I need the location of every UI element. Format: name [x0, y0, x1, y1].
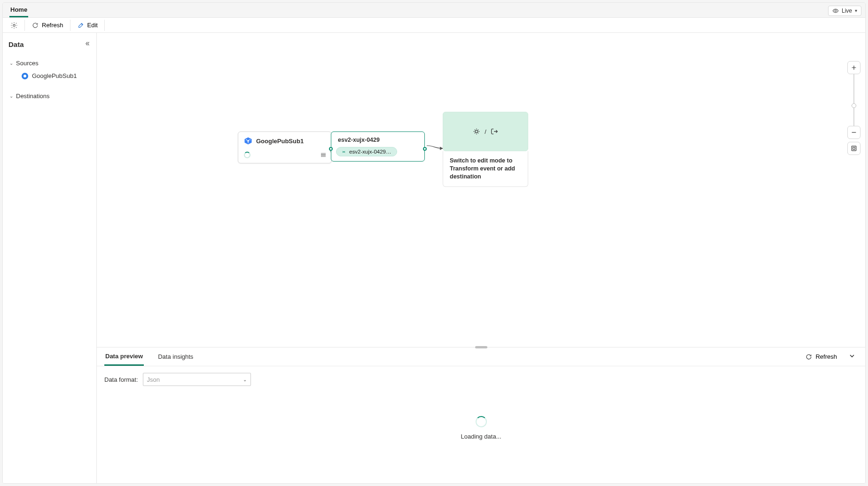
minus-icon	[851, 129, 857, 136]
zoom-out-button[interactable]	[847, 126, 860, 139]
data-format-value: Json	[147, 376, 160, 383]
data-format-label: Data format:	[104, 376, 138, 383]
separator	[104, 20, 105, 31]
view-mode-dropdown[interactable]: Live ▾	[828, 6, 861, 16]
svg-point-1	[13, 24, 15, 26]
chevron-down-icon: ▾	[855, 8, 857, 13]
top-tabbar: Home Live ▾	[3, 3, 865, 18]
svg-point-3	[247, 140, 249, 142]
svg-point-0	[835, 10, 837, 12]
canvas[interactable]: GooglePubSub1	[97, 33, 865, 347]
loading-text: Loading data...	[461, 433, 501, 440]
sidebar-destinations-label: Destinations	[16, 93, 50, 100]
node-stream-chip-label: esv2-xujx-0429-str...	[349, 149, 392, 154]
top-tabs: Home	[9, 4, 28, 17]
sidebar-title: Data	[8, 40, 24, 48]
zoom-controls	[847, 61, 860, 155]
node-input-port[interactable]	[329, 147, 333, 151]
node-stream-chip[interactable]: esv2-xujx-0429-str...	[336, 147, 397, 156]
loading-area: Loading data...	[97, 393, 865, 483]
fit-icon	[851, 145, 857, 152]
svg-rect-10	[853, 147, 855, 149]
sidebar: Data ⌄ Sources GooglePubSub1 ⌄ Destin	[3, 33, 97, 483]
settings-button[interactable]	[7, 20, 22, 31]
edit-label: Edit	[87, 22, 98, 29]
dest-placeholder-head: /	[443, 112, 528, 151]
bottom-tablist: Data preview Data insights Refresh	[97, 347, 865, 366]
sidebar-collapse-button[interactable]	[84, 40, 91, 48]
pubsub-icon	[244, 137, 252, 145]
export-icon	[490, 127, 499, 136]
zoom-in-button[interactable]	[847, 61, 860, 74]
refresh-button[interactable]: Refresh	[28, 20, 67, 31]
node-menu-icon[interactable]	[321, 153, 326, 157]
main-panel: GooglePubSub1	[97, 33, 865, 483]
node-stream[interactable]: esv2-xujx-0429 esv2-xujx-0429-str...	[331, 131, 425, 162]
chevron-down-icon: ⌄	[243, 377, 247, 382]
tab-data-preview[interactable]: Data preview	[104, 348, 144, 366]
refresh-label: Refresh	[42, 22, 63, 29]
data-format-select[interactable]: Json ⌄	[143, 373, 251, 386]
view-mode-label: Live	[842, 8, 852, 14]
panel-resize-grip[interactable]	[475, 346, 487, 348]
refresh-icon	[31, 22, 39, 29]
node-source[interactable]: GooglePubSub1	[238, 131, 332, 163]
bottom-refresh-button[interactable]: Refresh	[801, 351, 841, 363]
node-destination-placeholder[interactable]: / Switch to edit mode to Transform event…	[443, 112, 528, 187]
stream-icon	[341, 149, 346, 154]
separator	[24, 20, 25, 31]
slash: /	[485, 128, 486, 135]
loading-spinner-icon	[244, 152, 250, 158]
pubsub-icon	[22, 73, 28, 79]
zoom-slider-thumb[interactable]	[852, 103, 856, 108]
sidebar-source-item[interactable]: GooglePubSub1	[8, 69, 91, 82]
refresh-icon	[805, 353, 813, 361]
plus-icon	[851, 64, 857, 71]
sidebar-sources-toggle[interactable]: ⌄ Sources	[8, 57, 91, 69]
sidebar-destinations-toggle[interactable]: ⌄ Destinations	[8, 90, 91, 102]
gear-icon	[10, 22, 18, 29]
node-stream-title: esv2-xujx-0429	[336, 137, 420, 143]
sidebar-destinations-section: ⌄ Destinations	[7, 88, 93, 104]
tab-home[interactable]: Home	[9, 3, 28, 17]
tab-data-insights[interactable]: Data insights	[157, 348, 194, 365]
chevron-down-icon	[848, 352, 856, 360]
bottom-refresh-label: Refresh	[815, 353, 837, 360]
data-format-row: Data format: Json ⌄	[97, 366, 865, 393]
eye-icon	[832, 8, 839, 14]
edit-button[interactable]: Edit	[73, 20, 102, 31]
loading-spinner-icon	[476, 416, 487, 427]
svg-rect-9	[852, 146, 856, 151]
sidebar-sources-section: ⌄ Sources GooglePubSub1	[7, 55, 93, 84]
node-source-title: GooglePubSub1	[256, 138, 304, 145]
separator	[70, 20, 70, 31]
edit-icon	[77, 22, 85, 29]
svg-point-5	[250, 139, 250, 140]
panel-collapse-button[interactable]	[846, 350, 858, 363]
toolbar: Refresh Edit	[3, 18, 865, 33]
node-output-port[interactable]	[423, 147, 427, 151]
dest-placeholder-text: Switch to edit mode to Transform event o…	[443, 151, 528, 187]
svg-point-8	[475, 130, 477, 132]
chevron-down-icon: ⌄	[9, 61, 13, 66]
svg-point-6	[248, 142, 249, 143]
chevron-down-icon: ⌄	[9, 93, 13, 99]
fit-view-button[interactable]	[847, 142, 860, 155]
sidebar-sources-label: Sources	[16, 60, 39, 67]
svg-point-4	[246, 139, 247, 140]
sidebar-source-item-label: GooglePubSub1	[32, 72, 77, 79]
chevron-double-left-icon	[84, 40, 91, 47]
zoom-slider-track[interactable]	[853, 74, 854, 126]
transform-icon	[472, 127, 481, 136]
bottom-panel: Data preview Data insights Refresh	[97, 347, 865, 483]
